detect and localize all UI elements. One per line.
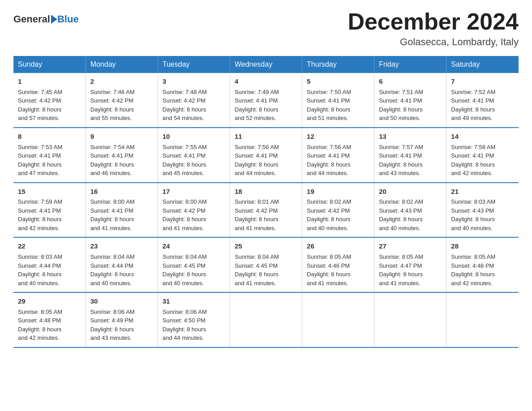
- calendar-header: SundayMondayTuesdayWednesdayThursdayFrid…: [13, 56, 519, 73]
- day-info: Sunrise: 7:49 AMSunset: 4:41 PMDaylight:…: [235, 88, 297, 123]
- calendar-cell: 3Sunrise: 7:48 AMSunset: 4:42 PMDaylight…: [158, 73, 230, 128]
- calendar-table: SundayMondayTuesdayWednesdayThursdayFrid…: [13, 56, 519, 348]
- logo-blue-text: Blue: [57, 13, 79, 25]
- calendar-body: 1Sunrise: 7:45 AMSunset: 4:42 PMDaylight…: [13, 73, 519, 347]
- calendar-cell: [446, 292, 519, 347]
- day-number: 3: [163, 77, 225, 86]
- day-info: Sunrise: 7:48 AMSunset: 4:42 PMDaylight:…: [163, 88, 225, 123]
- calendar-cell: 2Sunrise: 7:46 AMSunset: 4:42 PMDaylight…: [86, 73, 158, 128]
- day-number: 10: [163, 132, 225, 141]
- day-number: 4: [235, 77, 297, 86]
- week-row-4: 22Sunrise: 8:03 AMSunset: 4:44 PMDayligh…: [13, 237, 519, 292]
- calendar-cell: 22Sunrise: 8:03 AMSunset: 4:44 PMDayligh…: [13, 237, 86, 292]
- logo-blue-part: Blue: [50, 13, 79, 25]
- day-number: 1: [18, 77, 81, 86]
- day-info: Sunrise: 8:01 AMSunset: 4:42 PMDaylight:…: [235, 197, 297, 232]
- day-info: Sunrise: 7:55 AMSunset: 4:41 PMDaylight:…: [163, 143, 225, 178]
- calendar-cell: 20Sunrise: 8:02 AMSunset: 4:43 PMDayligh…: [374, 183, 446, 238]
- calendar-cell: 28Sunrise: 8:05 AMSunset: 4:48 PMDayligh…: [446, 237, 519, 292]
- day-number: 29: [18, 296, 81, 306]
- day-info: Sunrise: 8:03 AMSunset: 4:43 PMDaylight:…: [451, 197, 514, 232]
- calendar-cell: 13Sunrise: 7:57 AMSunset: 4:41 PMDayligh…: [374, 128, 446, 183]
- day-number: 2: [90, 77, 153, 86]
- day-number: 8: [18, 132, 81, 141]
- calendar-cell: [302, 292, 374, 347]
- header-cell-sunday: Sunday: [13, 56, 86, 73]
- logo: General Blue: [13, 13, 79, 25]
- day-info: Sunrise: 8:02 AMSunset: 4:42 PMDaylight:…: [307, 197, 369, 232]
- day-info: Sunrise: 8:04 AMSunset: 4:44 PMDaylight:…: [90, 253, 153, 287]
- day-number: 13: [379, 132, 442, 141]
- calendar-cell: 15Sunrise: 7:59 AMSunset: 4:41 PMDayligh…: [13, 183, 86, 238]
- day-info: Sunrise: 8:05 AMSunset: 4:48 PMDaylight:…: [18, 308, 81, 342]
- day-info: Sunrise: 8:03 AMSunset: 4:44 PMDaylight:…: [18, 253, 81, 287]
- day-number: 16: [90, 187, 153, 197]
- day-info: Sunrise: 7:53 AMSunset: 4:41 PMDaylight:…: [18, 143, 81, 178]
- day-number: 27: [379, 241, 442, 251]
- calendar-cell: 29Sunrise: 8:05 AMSunset: 4:48 PMDayligh…: [13, 292, 86, 347]
- day-info: Sunrise: 7:50 AMSunset: 4:41 PMDaylight:…: [307, 88, 369, 123]
- calendar-cell: 12Sunrise: 7:56 AMSunset: 4:41 PMDayligh…: [302, 128, 374, 183]
- calendar-cell: 9Sunrise: 7:54 AMSunset: 4:41 PMDaylight…: [86, 128, 158, 183]
- day-info: Sunrise: 7:57 AMSunset: 4:41 PMDaylight:…: [379, 143, 442, 178]
- calendar-cell: 21Sunrise: 8:03 AMSunset: 4:43 PMDayligh…: [446, 183, 519, 238]
- day-number: 22: [18, 241, 81, 251]
- day-number: 7: [451, 77, 514, 86]
- day-number: 15: [18, 187, 81, 197]
- day-info: Sunrise: 7:46 AMSunset: 4:42 PMDaylight:…: [90, 88, 153, 123]
- day-info: Sunrise: 7:54 AMSunset: 4:41 PMDaylight:…: [90, 143, 153, 178]
- header-cell-friday: Friday: [374, 56, 446, 73]
- day-number: 23: [90, 241, 153, 251]
- calendar-cell: 16Sunrise: 8:00 AMSunset: 4:41 PMDayligh…: [86, 183, 158, 238]
- day-info: Sunrise: 7:56 AMSunset: 4:41 PMDaylight:…: [235, 143, 297, 178]
- day-info: Sunrise: 8:06 AMSunset: 4:49 PMDaylight:…: [90, 308, 153, 342]
- week-row-3: 15Sunrise: 7:59 AMSunset: 4:41 PMDayligh…: [13, 183, 519, 238]
- day-info: Sunrise: 8:04 AMSunset: 4:45 PMDaylight:…: [163, 253, 225, 287]
- calendar-cell: 14Sunrise: 7:58 AMSunset: 4:41 PMDayligh…: [446, 128, 519, 183]
- day-number: 6: [379, 77, 442, 86]
- day-number: 28: [451, 241, 514, 251]
- calendar-cell: 18Sunrise: 8:01 AMSunset: 4:42 PMDayligh…: [230, 183, 302, 238]
- day-info: Sunrise: 8:00 AMSunset: 4:41 PMDaylight:…: [90, 197, 153, 232]
- day-info: Sunrise: 8:00 AMSunset: 4:42 PMDaylight:…: [163, 197, 225, 232]
- day-info: Sunrise: 8:06 AMSunset: 4:50 PMDaylight:…: [163, 308, 225, 342]
- day-number: 20: [379, 187, 442, 197]
- day-info: Sunrise: 8:02 AMSunset: 4:43 PMDaylight:…: [379, 197, 442, 232]
- month-title: December 2024: [348, 9, 519, 34]
- day-number: 11: [235, 132, 297, 141]
- calendar-cell: 24Sunrise: 8:04 AMSunset: 4:45 PMDayligh…: [158, 237, 230, 292]
- header-cell-saturday: Saturday: [446, 56, 519, 73]
- day-number: 21: [451, 187, 514, 197]
- header-cell-monday: Monday: [86, 56, 158, 73]
- calendar-cell: 1Sunrise: 7:45 AMSunset: 4:42 PMDaylight…: [13, 73, 86, 128]
- day-number: 18: [235, 187, 297, 197]
- day-number: 25: [235, 241, 297, 251]
- day-number: 14: [451, 132, 514, 141]
- calendar-cell: 7Sunrise: 7:52 AMSunset: 4:41 PMDaylight…: [446, 73, 519, 128]
- day-number: 9: [90, 132, 153, 141]
- header-cell-thursday: Thursday: [302, 56, 374, 73]
- logo-general-text: General: [13, 13, 50, 25]
- title-section: December 2024 Golasecca, Lombardy, Italy: [348, 9, 519, 48]
- logo-arrow-icon: [51, 15, 57, 24]
- day-info: Sunrise: 7:59 AMSunset: 4:41 PMDaylight:…: [18, 197, 81, 232]
- calendar-cell: 8Sunrise: 7:53 AMSunset: 4:41 PMDaylight…: [13, 128, 86, 183]
- day-info: Sunrise: 7:51 AMSunset: 4:41 PMDaylight:…: [379, 88, 442, 123]
- calendar-cell: [230, 292, 302, 347]
- day-info: Sunrise: 7:45 AMSunset: 4:42 PMDaylight:…: [18, 88, 81, 123]
- day-number: 12: [307, 132, 369, 141]
- calendar-cell: 5Sunrise: 7:50 AMSunset: 4:41 PMDaylight…: [302, 73, 374, 128]
- calendar-cell: [374, 292, 446, 347]
- week-row-5: 29Sunrise: 8:05 AMSunset: 4:48 PMDayligh…: [13, 292, 519, 347]
- day-info: Sunrise: 8:05 AMSunset: 4:48 PMDaylight:…: [451, 253, 514, 287]
- day-number: 5: [307, 77, 369, 86]
- week-row-1: 1Sunrise: 7:45 AMSunset: 4:42 PMDaylight…: [13, 73, 519, 128]
- calendar-cell: 25Sunrise: 8:04 AMSunset: 4:45 PMDayligh…: [230, 237, 302, 292]
- day-info: Sunrise: 7:52 AMSunset: 4:41 PMDaylight:…: [451, 88, 514, 123]
- day-info: Sunrise: 8:05 AMSunset: 4:47 PMDaylight:…: [379, 253, 442, 287]
- calendar-cell: 10Sunrise: 7:55 AMSunset: 4:41 PMDayligh…: [158, 128, 230, 183]
- calendar-cell: 30Sunrise: 8:06 AMSunset: 4:49 PMDayligh…: [86, 292, 158, 347]
- calendar-cell: 23Sunrise: 8:04 AMSunset: 4:44 PMDayligh…: [86, 237, 158, 292]
- calendar-cell: 31Sunrise: 8:06 AMSunset: 4:50 PMDayligh…: [158, 292, 230, 347]
- calendar-cell: 17Sunrise: 8:00 AMSunset: 4:42 PMDayligh…: [158, 183, 230, 238]
